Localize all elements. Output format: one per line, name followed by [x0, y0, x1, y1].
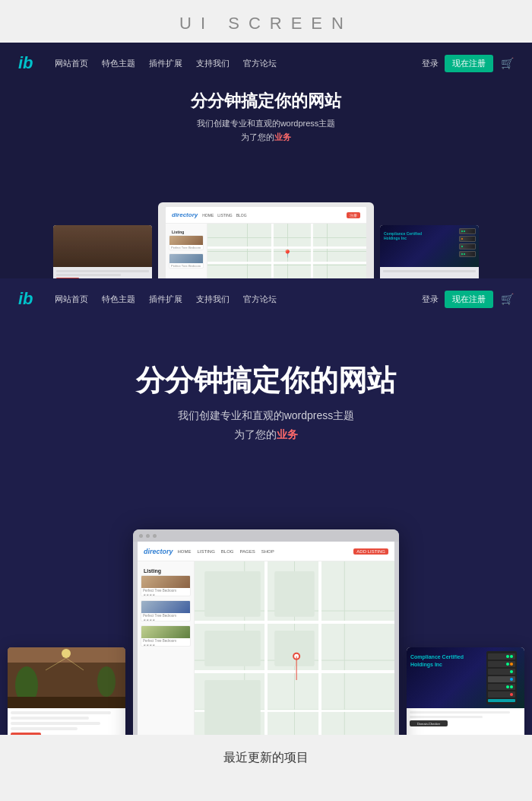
- right-browser-large: Compliance CertifiedHoldings Inc: [407, 647, 524, 735]
- svg-rect-20: [204, 571, 261, 617]
- hero-text-small: 分分钟搞定你的网站 我们创建专业和直观的wordpress主题 为了您的业务: [191, 90, 341, 144]
- dot-1: [139, 534, 143, 538]
- page-header: UI SCREEN: [0, 0, 532, 43]
- navbar-small: ib 网站首页 特色主题 插件扩展 支持我们 官方论坛 登录 现在注册 🛒: [0, 43, 532, 84]
- cart-icon-small[interactable]: 🛒: [501, 57, 514, 69]
- hero-text-large: 分分钟搞定你的网站 我们创建专业和直观的wordpress主题 为了您的业务: [136, 365, 396, 444]
- svg-point-30: [510, 655, 513, 658]
- svg-rect-16: [195, 670, 394, 673]
- top-section: ib 网站首页 特色主题 插件扩展 支持我们 官方论坛 登录 现在注册 🛒 分分…: [0, 43, 532, 278]
- nav-forum-large[interactable]: 官方论坛: [243, 294, 277, 305]
- svg-point-3: [97, 666, 116, 697]
- nav-support-large[interactable]: 支持我们: [196, 294, 230, 305]
- login-link-small[interactable]: 登录: [422, 58, 439, 69]
- laptop-top-bar: [133, 529, 399, 542]
- bottom-section: 最近更新的项目: [0, 735, 532, 780]
- left-browser-large: [8, 647, 125, 735]
- hero-title-large: 分分钟搞定你的网站: [136, 365, 396, 397]
- svg-point-43: [510, 693, 513, 696]
- svg-point-33: [510, 663, 513, 666]
- svg-rect-18: [264, 561, 268, 735]
- svg-rect-22: [204, 631, 261, 666]
- laptop-container-large: directory HOME LISTING BLOG PAGES SHOP A…: [8, 529, 524, 735]
- bottom-title: 最近更新的项目: [223, 750, 309, 766]
- map-pin-small: 📍: [283, 250, 292, 258]
- nav-themes-large[interactable]: 特色主题: [102, 294, 135, 305]
- hero-subtitle-large: 我们创建专业和直观的wordpress主题 为了您的业务: [136, 406, 396, 444]
- dot-2: [146, 534, 150, 538]
- main-section: ib 网站首页 特色主题 插件扩展 支持我们 官方论坛 登录 现在注册 🛒 分分…: [0, 278, 532, 735]
- main-laptop-small: directory HOME LISTING BLOG 注册 Listing P…: [158, 202, 374, 278]
- svg-rect-19: [318, 561, 321, 735]
- register-button-small[interactable]: 现在注册: [445, 55, 493, 72]
- nav-links-small: 网站首页 特色主题 插件扩展 支持我们 官方论坛: [55, 58, 422, 69]
- nav-home-large[interactable]: 网站首页: [55, 294, 88, 305]
- right-screen-small: Compliance CertifiedHoldings Inc Domain-…: [380, 225, 479, 278]
- browser-mockup-small: directory HOME LISTING BLOG 注册 Listing P…: [53, 202, 479, 278]
- svg-rect-44: [488, 699, 515, 702]
- nav-forum-small[interactable]: 官方论坛: [243, 58, 277, 69]
- svg-point-34: [506, 663, 509, 666]
- svg-rect-24: [204, 680, 261, 735]
- cart-icon-large[interactable]: 🛒: [501, 293, 514, 305]
- svg-point-36: [510, 670, 513, 673]
- svg-rect-4: [8, 697, 125, 708]
- logo-large: ib: [18, 289, 33, 309]
- laptop-screen-small: directory HOME LISTING BLOG 注册 Listing P…: [166, 207, 366, 278]
- svg-point-40: [510, 685, 513, 688]
- svg-point-5: [62, 649, 71, 658]
- svg-rect-21: [274, 571, 315, 617]
- svg-point-31: [506, 655, 509, 658]
- nav-support-small[interactable]: 支持我们: [196, 58, 230, 69]
- hero-subtitle-small: 我们创建专业和直观的wordpress主题 为了您的业务: [191, 117, 341, 144]
- nav-plugins-large[interactable]: 插件扩展: [149, 294, 182, 305]
- nav-plugins-small[interactable]: 插件扩展: [149, 58, 182, 69]
- register-button-large[interactable]: 现在注册: [445, 291, 493, 308]
- nav-home-small[interactable]: 网站首页: [55, 58, 88, 69]
- logo-small: ib: [18, 53, 33, 73]
- laptop-screen-large: directory HOME LISTING BLOG PAGES SHOP A…: [138, 542, 394, 735]
- left-screen-small: [53, 225, 152, 278]
- svg-point-38: [510, 678, 513, 681]
- navbar-large: ib 网站首页 特色主题 插件扩展 支持我们 官方论坛 登录 现在注册 🛒: [0, 278, 532, 319]
- dot-3: [153, 534, 157, 538]
- main-laptop-large: directory HOME LISTING BLOG PAGES SHOP A…: [133, 529, 399, 735]
- nav-themes-small[interactable]: 特色主题: [102, 58, 135, 69]
- svg-point-41: [506, 685, 509, 688]
- svg-rect-15: [195, 621, 394, 624]
- login-link-large[interactable]: 登录: [422, 294, 439, 305]
- hero-title-small: 分分钟搞定你的网站: [191, 90, 341, 113]
- svg-rect-23: [274, 631, 315, 666]
- nav-links-large: 网站首页 特色主题 插件扩展 支持我们 官方论坛: [55, 294, 422, 305]
- header-label: UI SCREEN: [179, 14, 353, 33]
